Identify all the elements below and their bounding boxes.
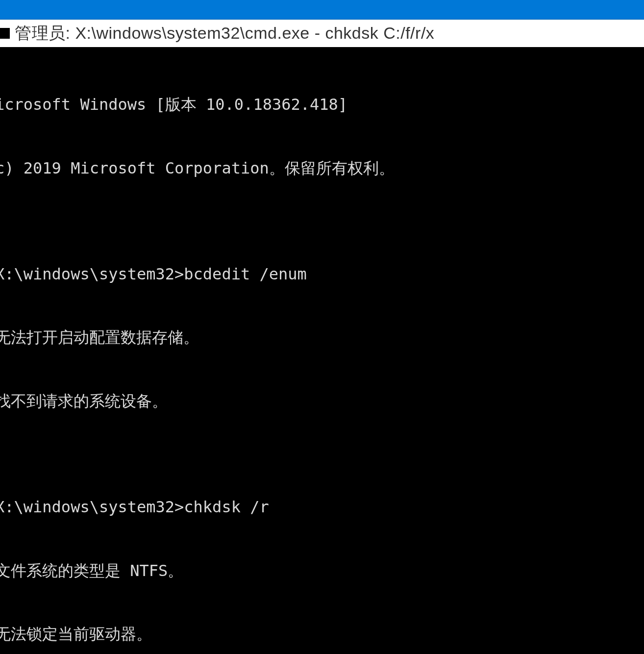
cmd-icon (0, 28, 10, 39)
console-output[interactable]: icrosoft Windows [版本 10.0.18362.418] c) … (0, 47, 644, 654)
console-line: 无法打开启动配置数据存储。 (0, 327, 644, 348)
console-line: 文件系统的类型是 NTFS。 (0, 560, 644, 581)
console-line: c) 2019 Microsoft Corporation。保留所有权利。 (0, 158, 644, 179)
cmd-window: 管理员: X:\windows\system32\cmd.exe - chkds… (0, 20, 644, 654)
console-line: X:\windows\system32>chkdsk /r (0, 497, 644, 518)
console-line: 无法锁定当前驱动器。 (0, 624, 644, 645)
console-line: 找不到请求的系统设备。 (0, 391, 644, 412)
window-titlebar[interactable]: 管理员: X:\windows\system32\cmd.exe - chkds… (0, 20, 644, 47)
console-line: X:\windows\system32>bcdedit /enum (0, 264, 644, 285)
console-line: icrosoft Windows [版本 10.0.18362.418] (0, 94, 644, 115)
window-title: 管理员: X:\windows\system32\cmd.exe - chkds… (15, 22, 434, 45)
desktop-background: 管理员: X:\windows\system32\cmd.exe - chkds… (0, 0, 644, 654)
